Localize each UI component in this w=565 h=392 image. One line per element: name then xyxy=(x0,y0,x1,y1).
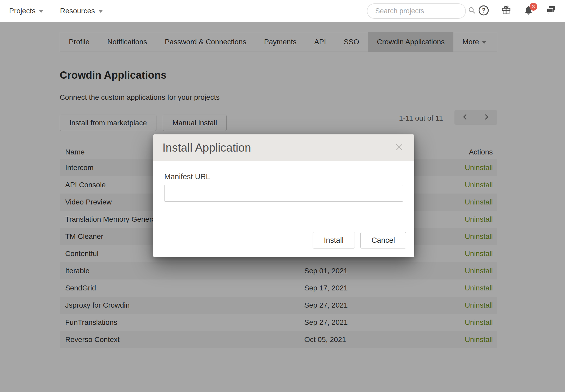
help-icon: ? xyxy=(478,5,489,17)
gift-button[interactable] xyxy=(500,5,512,17)
search-box[interactable] xyxy=(367,3,466,19)
modal-body: Manifest URL xyxy=(153,161,414,202)
chevron-down-icon xyxy=(99,10,103,13)
nav-projects-dropdown[interactable]: Projects xyxy=(9,7,43,15)
manifest-url-label: Manifest URL xyxy=(164,172,403,181)
notification-count-badge: 3 xyxy=(530,3,537,11)
notifications-button[interactable]: 3 xyxy=(523,5,534,17)
modal-header: Install Application xyxy=(153,134,414,161)
install-button[interactable]: Install xyxy=(313,232,355,248)
messages-button[interactable] xyxy=(545,5,557,17)
search-icon xyxy=(468,7,476,15)
svg-text:?: ? xyxy=(482,7,486,14)
help-button[interactable]: ? xyxy=(478,5,489,17)
close-button[interactable] xyxy=(393,142,405,153)
chat-icon xyxy=(545,5,556,17)
cancel-button[interactable]: Cancel xyxy=(360,232,406,248)
nav-resources-label: Resources xyxy=(60,7,95,15)
close-icon xyxy=(395,143,404,153)
search-input[interactable] xyxy=(375,7,468,15)
modal-footer: Install Cancel xyxy=(153,223,414,257)
nav-icon-group: ? 3 xyxy=(478,5,557,17)
top-navigation: Projects Resources ? xyxy=(0,0,565,22)
chevron-down-icon xyxy=(39,10,43,13)
install-application-modal: Install Application Manifest URL Install… xyxy=(153,134,414,257)
gift-icon xyxy=(501,5,512,17)
nav-projects-label: Projects xyxy=(9,7,35,15)
nav-resources-dropdown[interactable]: Resources xyxy=(60,7,103,15)
manifest-url-input[interactable] xyxy=(164,185,403,202)
modal-title: Install Application xyxy=(162,141,251,154)
